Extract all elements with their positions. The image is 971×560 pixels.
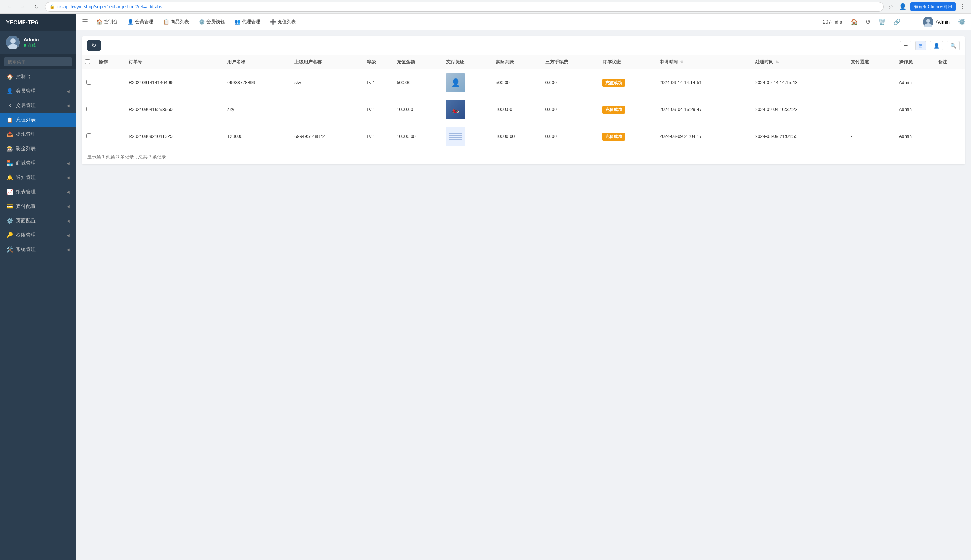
topnav-item-agent[interactable]: 👥 代理管理 xyxy=(230,16,265,27)
menu-icon-notify: 🔔 xyxy=(6,174,13,180)
reload-button[interactable]: ↻ xyxy=(31,2,42,12)
menu-icon-shop: 🏪 xyxy=(6,160,13,166)
topnav-user[interactable]: Admin xyxy=(920,15,953,29)
menu-label-shop: 商城管理 xyxy=(16,160,36,167)
row-username: 123000 xyxy=(224,123,291,150)
th-amount: 充值金额 xyxy=(394,55,444,69)
view-columns-button[interactable]: 👤 xyxy=(930,41,943,50)
sidebar-item-payment_config[interactable]: 💳 支付配置 ◀ xyxy=(0,199,76,213)
sidebar-item-page_config[interactable]: ⚙️ 页面配置 ◀ xyxy=(0,213,76,228)
row-checkbox[interactable] xyxy=(87,133,92,138)
row-ops xyxy=(95,123,125,150)
search-button[interactable]: 🔍 xyxy=(947,41,959,50)
row-status: 充值成功 xyxy=(599,96,656,123)
status-badge: 充值成功 xyxy=(602,79,625,87)
payment-thumb[interactable] xyxy=(446,127,465,146)
user-name: Admin xyxy=(23,37,39,42)
menu-label-notify: 通知管理 xyxy=(16,174,36,181)
row-fee: 0.000 xyxy=(542,69,599,96)
row-amount: 500.00 xyxy=(394,69,444,96)
svg-point-4 xyxy=(926,19,930,23)
view-grid-button[interactable]: ⊞ xyxy=(915,41,926,50)
url-text: tik-api.hwym.shop/super/recharge.html?re… xyxy=(57,4,879,10)
fullscreen-icon-button[interactable]: ⛶ xyxy=(906,17,917,27)
row-payment-proof xyxy=(443,69,493,96)
settings-icon-button[interactable]: 🔗 xyxy=(891,17,903,27)
sidebar-search[interactable] xyxy=(0,54,76,69)
table-row: R2024080921041325 123000 699495148872 Lv… xyxy=(82,123,965,150)
menu-icon-member: 👤 xyxy=(6,88,13,94)
profile-button[interactable]: 👤 xyxy=(898,2,908,11)
th-ops: 操作 xyxy=(95,55,125,69)
data-table: 操作 订单号 用户名称 上级用户名称 等级 充值金额 支付凭证 实际到账 三方手… xyxy=(82,55,965,150)
home-icon-button[interactable]: 🏠 xyxy=(848,17,860,27)
row-parent-username: 699495148872 xyxy=(291,123,364,150)
row-checkbox-cell xyxy=(82,96,95,123)
arrow-icon: ◀ xyxy=(67,204,70,208)
sidebar-item-report[interactable]: 📈 报表管理 ◀ xyxy=(0,185,76,199)
sidebar-item-shop[interactable]: 🏪 商城管理 ◀ xyxy=(0,156,76,170)
search-input[interactable] xyxy=(4,57,72,67)
delete-icon-button[interactable]: 🗑️ xyxy=(876,17,888,27)
sidebar-user: Admin 在线 xyxy=(0,31,76,54)
row-payment-proof xyxy=(443,123,493,150)
topnav-label-goods: 商品列表 xyxy=(171,18,189,25)
footer-text: 显示第 1 到第 3 条记录，总共 3 条记录 xyxy=(87,154,166,160)
topnav-item-member[interactable]: 👤 会员管理 xyxy=(123,16,158,27)
topnav-label-recharge: 充值列表 xyxy=(278,18,296,25)
nav-toggle-button[interactable]: ☰ xyxy=(79,16,91,28)
th-process-time: 处理时间 ⇅ xyxy=(752,55,848,69)
content-area: ↻ ☰ ⊞ 👤 🔍 操作 xyxy=(76,30,971,560)
refresh-icon-button[interactable]: ↺ xyxy=(863,17,873,27)
menu-label-member: 会员管理 xyxy=(16,88,36,94)
topnav-item-recharge[interactable]: ➕ 充值列表 xyxy=(265,16,300,27)
refresh-button[interactable]: ↻ xyxy=(87,40,100,51)
forward-button[interactable]: → xyxy=(17,2,28,12)
payment-thumb[interactable] xyxy=(446,73,465,92)
row-apply-time: 2024-09-14 14:14:51 xyxy=(657,69,752,96)
sidebar-item-withdraw[interactable]: 📤 提现管理 xyxy=(0,127,76,142)
topnav-more-button[interactable]: ⚙️ xyxy=(956,17,968,27)
topnav-right: 207-India 🏠 ↺ 🗑️ 🔗 ⛶ Admin ⚙ xyxy=(820,15,968,29)
row-fee: 0.000 xyxy=(542,123,599,150)
topnav-avatar xyxy=(923,17,933,27)
menu-label-payment_config: 支付配置 xyxy=(16,203,36,210)
sidebar-item-notify[interactable]: 🔔 通知管理 ◀ xyxy=(0,170,76,185)
topnav-item-goods[interactable]: 📋 商品列表 xyxy=(158,16,194,27)
sidebar-item-trade[interactable]: ₿ 交易管理 ◀ xyxy=(0,98,76,113)
row-checkbox[interactable] xyxy=(87,107,92,112)
browser-bar: ← → ↻ 🔒 tik-api.hwym.shop/super/recharge… xyxy=(0,0,971,13)
payment-thumb[interactable] xyxy=(446,100,465,119)
sidebar-item-recharge[interactable]: 📋 充值列表 xyxy=(0,113,76,127)
arrow-icon: ◀ xyxy=(67,248,70,252)
row-status: 充值成功 xyxy=(599,69,656,96)
topnav-label-wallet: 会员钱包 xyxy=(206,18,225,25)
menu-label-dashboard: 控制台 xyxy=(16,73,31,80)
table-header: 操作 订单号 用户名称 上级用户名称 等级 充值金额 支付凭证 实际到账 三方手… xyxy=(82,55,965,69)
bookmark-button[interactable]: ☆ xyxy=(887,2,895,11)
more-button[interactable]: ⋮ xyxy=(958,2,967,11)
topnav-label-member: 会员管理 xyxy=(135,18,153,25)
back-button[interactable]: ← xyxy=(4,2,14,12)
sidebar-item-member[interactable]: 👤 会员管理 ◀ xyxy=(0,84,76,98)
menu-label-trade: 交易管理 xyxy=(16,102,36,109)
address-bar[interactable]: 🔒 tik-api.hwym.shop/super/recharge.html?… xyxy=(45,2,884,12)
sidebar-item-lottery[interactable]: 🎰 彩金列表 xyxy=(0,142,76,156)
sidebar-item-system[interactable]: 🛠️ 系统管理 ◀ xyxy=(0,242,76,257)
sidebar-item-permission[interactable]: 🔑 权限管理 ◀ xyxy=(0,228,76,242)
row-amount: 10000.00 xyxy=(394,123,444,150)
topnav-icon-wallet: ⚙️ xyxy=(199,19,205,25)
sidebar-item-dashboard[interactable]: 🏠 控制台 xyxy=(0,69,76,84)
select-all-checkbox[interactable] xyxy=(85,59,90,64)
arrow-icon: ◀ xyxy=(67,103,70,108)
row-operator: Admin xyxy=(896,69,935,96)
topnav-item-wallet[interactable]: ⚙️ 会员钱包 xyxy=(194,16,229,27)
topnav-label-dashboard: 控制台 xyxy=(104,18,118,25)
row-checkbox[interactable] xyxy=(87,80,92,85)
chrome-update-button[interactable]: 有新版 Chrome 可用 xyxy=(910,2,956,11)
menu-label-permission: 权限管理 xyxy=(16,232,36,238)
view-list-button[interactable]: ☰ xyxy=(900,41,911,50)
menu-icon-payment_config: 💳 xyxy=(6,203,13,209)
status-badge: 充值成功 xyxy=(602,133,625,141)
topnav-item-dashboard[interactable]: 🏠 控制台 xyxy=(92,16,122,27)
